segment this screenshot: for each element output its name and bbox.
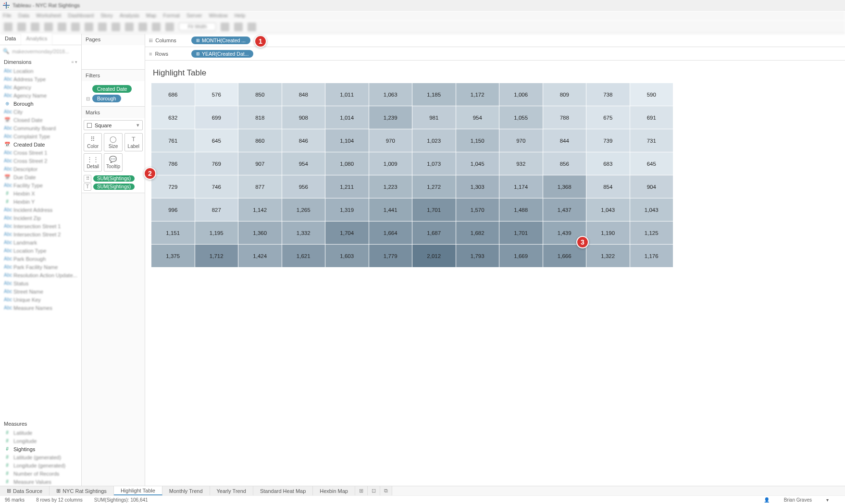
table-cell[interactable]: 970 bbox=[499, 129, 543, 152]
table-cell[interactable]: 1,424 bbox=[238, 245, 282, 268]
menu-window[interactable]: Window bbox=[209, 12, 228, 18]
table-cell[interactable]: 1,779 bbox=[369, 245, 412, 268]
table-cell[interactable]: 1,045 bbox=[456, 152, 499, 175]
field-descriptor[interactable]: AbcDescriptor bbox=[0, 165, 81, 173]
mark-pill-icon[interactable]: ⠿ bbox=[84, 175, 91, 183]
datasource-row[interactable]: 🔍 makeovermonday/2018... bbox=[0, 45, 81, 57]
menu-story[interactable]: Story bbox=[100, 12, 113, 18]
field-resolution-action-update-[interactable]: AbcResolution Action Update... bbox=[0, 271, 81, 279]
table-cell[interactable]: 1,603 bbox=[325, 245, 369, 268]
table-cell[interactable]: 1,441 bbox=[369, 198, 412, 221]
table-cell[interactable]: 1,043 bbox=[630, 198, 673, 221]
table-cell[interactable]: 996 bbox=[151, 198, 195, 221]
table-cell[interactable]: 1,239 bbox=[369, 106, 412, 129]
field-agency[interactable]: AbcAgency bbox=[0, 83, 81, 91]
table-cell[interactable]: 761 bbox=[151, 129, 195, 152]
field-location-type[interactable]: AbcLocation Type bbox=[0, 246, 81, 255]
table-cell[interactable]: 1,104 bbox=[325, 129, 369, 152]
field-community-board[interactable]: AbcCommunity Board bbox=[0, 124, 81, 132]
table-cell[interactable]: 632 bbox=[151, 106, 195, 129]
table-cell[interactable]: 590 bbox=[630, 83, 673, 106]
table-cell[interactable]: 846 bbox=[282, 129, 325, 152]
mark-pill-icon[interactable]: T bbox=[84, 183, 91, 191]
table-cell[interactable]: 981 bbox=[412, 106, 456, 129]
table-cell[interactable]: 850 bbox=[238, 83, 282, 106]
table-cell[interactable]: 746 bbox=[195, 175, 238, 198]
table-cell[interactable]: 1,055 bbox=[499, 106, 543, 129]
table-cell[interactable]: 1,621 bbox=[282, 245, 325, 268]
toolbar-btn[interactable] bbox=[4, 23, 12, 31]
field-measure-values[interactable]: #Measure Values bbox=[0, 478, 81, 486]
columns-shelf[interactable]: iiiColumns ⊞MONTH(Created ... bbox=[145, 34, 845, 47]
field-hexbin-x[interactable]: #Hexbin X bbox=[0, 189, 81, 197]
field-address-type[interactable]: AbcAddress Type bbox=[0, 75, 81, 83]
toolbar-btn[interactable] bbox=[98, 23, 107, 31]
toolbar-btn[interactable] bbox=[112, 23, 120, 31]
table-cell[interactable]: 1,006 bbox=[499, 83, 543, 106]
field-city[interactable]: AbcCity bbox=[0, 108, 81, 116]
field-park-facility-name[interactable]: AbcPark Facility Name bbox=[0, 263, 81, 271]
field-borough[interactable]: ⊕Borough bbox=[0, 99, 81, 108]
field-longitude[interactable]: #Longitude bbox=[0, 437, 81, 445]
table-cell[interactable]: 675 bbox=[586, 106, 630, 129]
toolbar-btn[interactable] bbox=[44, 23, 53, 31]
table-cell[interactable]: 1,701 bbox=[412, 198, 456, 221]
table-cell[interactable]: 1,073 bbox=[412, 152, 456, 175]
field-location[interactable]: AbcLocation bbox=[0, 67, 81, 75]
field-intersection-street-1[interactable]: AbcIntersection Street 1 bbox=[0, 222, 81, 230]
table-cell[interactable]: 1,437 bbox=[543, 198, 586, 221]
toolbar-btn[interactable] bbox=[85, 23, 93, 31]
menu-analysis[interactable]: Analysis bbox=[120, 12, 139, 18]
table-cell[interactable]: 1,176 bbox=[630, 245, 673, 268]
table-cell[interactable]: 907 bbox=[238, 152, 282, 175]
field-due-date[interactable]: 📅Due Date bbox=[0, 173, 81, 181]
sheet-tab-add-button[interactable]: ⊡ bbox=[368, 486, 380, 495]
table-cell[interactable]: 769 bbox=[195, 152, 238, 175]
table-cell[interactable]: 645 bbox=[195, 129, 238, 152]
table-cell[interactable]: 1,174 bbox=[499, 175, 543, 198]
toolbar-btn[interactable] bbox=[248, 23, 256, 31]
table-cell[interactable]: 844 bbox=[543, 129, 586, 152]
field-incident-zip[interactable]: AbcIncident Zip bbox=[0, 214, 81, 222]
table-cell[interactable]: 954 bbox=[282, 152, 325, 175]
field-sightings[interactable]: #Sightings bbox=[0, 445, 81, 453]
table-cell[interactable]: 686 bbox=[151, 83, 195, 106]
table-cell[interactable]: 1,080 bbox=[325, 152, 369, 175]
table-cell[interactable]: 827 bbox=[195, 198, 238, 221]
sheet-tab-nyc-rat-sightings[interactable]: ⊞NYC Rat Sightings bbox=[50, 486, 114, 495]
table-cell[interactable]: 1,664 bbox=[369, 221, 412, 245]
table-cell[interactable]: 954 bbox=[456, 106, 499, 129]
menu-map[interactable]: Map bbox=[146, 12, 156, 18]
table-cell[interactable]: 1,043 bbox=[586, 198, 630, 221]
table-cell[interactable]: 932 bbox=[499, 152, 543, 175]
mark-type-dropdown[interactable]: Square ▾ bbox=[84, 120, 143, 130]
table-cell[interactable]: 1,319 bbox=[325, 198, 369, 221]
table-cell[interactable]: 729 bbox=[151, 175, 195, 198]
table-cell[interactable]: 1,669 bbox=[499, 245, 543, 268]
table-cell[interactable]: 1,332 bbox=[282, 221, 325, 245]
table-cell[interactable]: 970 bbox=[369, 129, 412, 152]
table-cell[interactable]: 1,211 bbox=[325, 175, 369, 198]
table-cell[interactable]: 848 bbox=[282, 83, 325, 106]
rows-pill[interactable]: ⊞YEAR(Created Dat... bbox=[191, 50, 253, 58]
sheet-tab-standard-heat-map[interactable]: Standard Heat Map bbox=[253, 486, 313, 495]
field-street-name[interactable]: AbcStreet Name bbox=[0, 287, 81, 295]
field-facility-type[interactable]: AbcFacility Type bbox=[0, 181, 81, 189]
field-longitude-generated-[interactable]: #Longitude (generated) bbox=[0, 461, 81, 469]
toolbar-btn[interactable] bbox=[17, 23, 26, 31]
table-cell[interactable]: 1,265 bbox=[282, 198, 325, 221]
table-cell[interactable]: 818 bbox=[238, 106, 282, 129]
table-cell[interactable]: 1,185 bbox=[412, 83, 456, 106]
table-cell[interactable]: 1,360 bbox=[238, 221, 282, 245]
table-cell[interactable]: 956 bbox=[282, 175, 325, 198]
table-cell[interactable]: 1,014 bbox=[325, 106, 369, 129]
toolbar-btn[interactable] bbox=[71, 23, 80, 31]
toolbar-btn[interactable] bbox=[221, 23, 229, 31]
table-cell[interactable]: 809 bbox=[543, 83, 586, 106]
table-cell[interactable]: 1,687 bbox=[412, 221, 456, 245]
field-closed-date[interactable]: 📅Closed Date bbox=[0, 116, 81, 124]
table-cell[interactable]: 1,303 bbox=[456, 175, 499, 198]
field-complaint-type[interactable]: AbcComplaint Type bbox=[0, 132, 81, 140]
field-latitude-generated-[interactable]: #Latitude (generated) bbox=[0, 453, 81, 461]
table-cell[interactable]: 1,009 bbox=[369, 152, 412, 175]
